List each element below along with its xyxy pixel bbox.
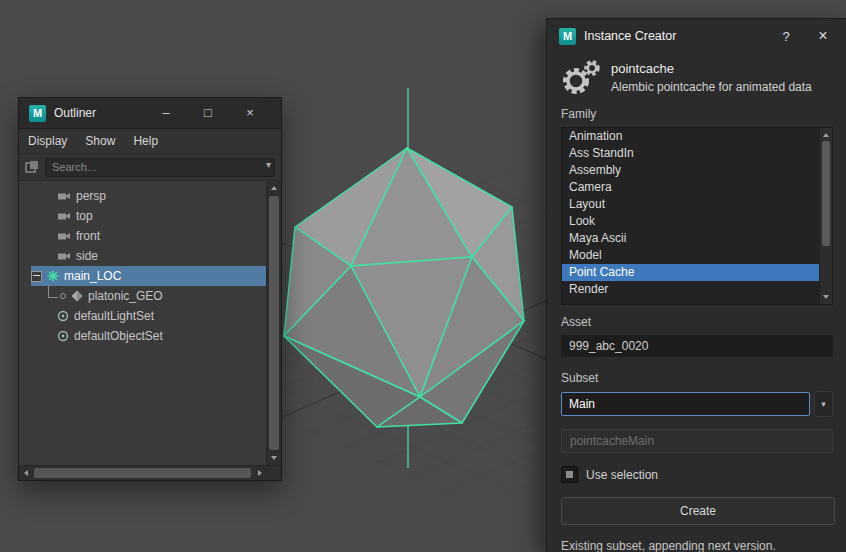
tree-row-label: side (76, 249, 98, 263)
family-label: Family (561, 107, 833, 121)
subset-input[interactable] (561, 392, 810, 416)
maya-application: M Outliner – □ × Display Show Help ▾ (0, 0, 846, 552)
family-option[interactable]: Look (562, 213, 820, 230)
scroll-left-icon[interactable] (19, 466, 33, 480)
create-button[interactable]: Create (561, 497, 835, 525)
tree-row-label: defaultObjectSet (74, 329, 163, 343)
outliner-menubar: Display Show Help (19, 129, 281, 154)
search-field-wrap: ▾ (45, 157, 275, 177)
tree-row-front[interactable]: front (31, 226, 266, 246)
asset-value: 999_abc_0020 (569, 339, 648, 353)
close-icon[interactable]: × (811, 27, 835, 45)
family-option[interactable]: Camera (562, 179, 820, 196)
tree-branch-line (48, 285, 58, 298)
camera-icon (57, 191, 71, 201)
tree-row-default-light-set[interactable]: defaultLightSet (31, 306, 266, 326)
create-button-label: Create (680, 504, 716, 518)
object-set-icon (57, 310, 69, 322)
tree-row-persp[interactable]: persp (31, 186, 266, 206)
scroll-right-icon[interactable] (253, 466, 267, 480)
family-option-selected[interactable]: Point Cache (562, 264, 820, 281)
instance-creator-title: Instance Creator (584, 29, 761, 43)
tree-row-label: front (76, 229, 100, 243)
family-option[interactable]: Animation (562, 128, 820, 145)
use-selection-label: Use selection (586, 468, 658, 482)
tree-branch-dot (60, 293, 66, 299)
use-selection-row: Use selection (561, 466, 833, 483)
scroll-down-icon[interactable] (267, 451, 281, 465)
outliner-window: M Outliner – □ × Display Show Help ▾ (18, 97, 282, 481)
family-option[interactable]: Model (562, 247, 820, 264)
family-option[interactable]: Maya Ascii (562, 230, 820, 247)
tree-row-side[interactable]: side (31, 246, 266, 266)
subset-input-row: ▾ (561, 391, 833, 417)
use-selection-checkbox[interactable] (561, 466, 578, 483)
close-icon[interactable]: × (229, 98, 271, 128)
tree-row-platonic-geo[interactable]: platonic_GEO (31, 286, 266, 306)
tree-row-top[interactable]: top (31, 206, 266, 226)
asset-field[interactable]: 999_abc_0020 (561, 335, 833, 357)
subset-label: Subset (561, 371, 833, 385)
plugin-text: pointcache Alembic pointcache for animat… (611, 59, 812, 94)
tree-row-label: main_LOC (64, 269, 121, 283)
maya-logo-icon: M (559, 28, 576, 45)
maya-logo-icon: M (29, 105, 46, 122)
instance-creator-dialog: M Instance Creator ? × pointcache Alembi… (546, 18, 846, 552)
family-list[interactable]: Animation Ass StandIn Assembly Camera La… (561, 127, 833, 305)
plugin-name: pointcache (611, 61, 812, 76)
outliner-window-title: Outliner (54, 106, 96, 120)
asset-label: Asset (561, 315, 833, 329)
tree-row-label: platonic_GEO (88, 289, 163, 303)
menu-help[interactable]: Help (124, 129, 167, 153)
family-option[interactable]: Layout (562, 196, 820, 213)
outliner-tree[interactable]: persp top front side (19, 181, 281, 465)
camera-icon (57, 251, 71, 261)
tree-row-default-object-set[interactable]: defaultObjectSet (31, 326, 266, 346)
search-dropdown-icon[interactable]: ▾ (266, 159, 271, 170)
instance-creator-titlebar[interactable]: M Instance Creator ? × (547, 19, 846, 53)
tree-row-main-loc[interactable]: main_LOC (31, 266, 266, 286)
outliner-titlebar[interactable]: M Outliner – □ × (19, 98, 281, 129)
chevron-down-icon: ▾ (821, 399, 826, 409)
help-icon[interactable]: ? (769, 29, 803, 44)
menu-display[interactable]: Display (19, 129, 76, 153)
mesh-icon (71, 290, 83, 302)
maximize-icon[interactable]: □ (187, 98, 229, 128)
minimize-icon[interactable]: – (145, 98, 187, 128)
scrollbar-thumb[interactable] (269, 196, 279, 450)
outliner-search-row: ▾ (19, 154, 281, 181)
camera-icon (57, 231, 71, 241)
collapse-toggle-icon[interactable] (31, 271, 42, 282)
family-option[interactable]: Render (562, 281, 820, 298)
plugin-description: Alembic pointcache for animated data (611, 80, 812, 94)
status-message: Existing subset, appending next version. (561, 539, 833, 552)
scroll-down-icon[interactable] (820, 290, 832, 304)
subset-preview-value: pointcacheMain (570, 434, 654, 448)
scroll-up-icon[interactable] (820, 128, 832, 142)
filter-icon[interactable] (25, 160, 39, 174)
camera-icon (57, 211, 71, 221)
scrollbar-thumb[interactable] (822, 141, 830, 246)
instance-creator-body: pointcache Alembic pointcache for animat… (547, 53, 846, 552)
scroll-up-icon[interactable] (267, 181, 281, 195)
gears-icon (561, 59, 601, 97)
subset-preview-field: pointcacheMain (561, 429, 833, 453)
family-option[interactable]: Ass StandIn (562, 145, 820, 162)
subset-dropdown-button[interactable]: ▾ (814, 391, 833, 417)
outliner-horizontal-scrollbar[interactable] (19, 465, 281, 480)
search-input[interactable] (45, 158, 275, 177)
outliner-window-controls: – □ × (145, 98, 271, 128)
plugin-header: pointcache Alembic pointcache for animat… (561, 59, 833, 97)
locator-icon (47, 270, 59, 282)
scrollbar-thumb[interactable] (34, 468, 251, 478)
family-list-scrollbar[interactable] (819, 128, 832, 304)
tree-row-label: top (76, 209, 93, 223)
object-set-icon (57, 330, 69, 342)
family-option[interactable]: Assembly (562, 162, 820, 179)
tree-row-label: persp (76, 189, 106, 203)
menu-show[interactable]: Show (76, 129, 124, 153)
outliner-vertical-scrollbar[interactable] (266, 181, 281, 465)
tree-row-label: defaultLightSet (74, 309, 154, 323)
